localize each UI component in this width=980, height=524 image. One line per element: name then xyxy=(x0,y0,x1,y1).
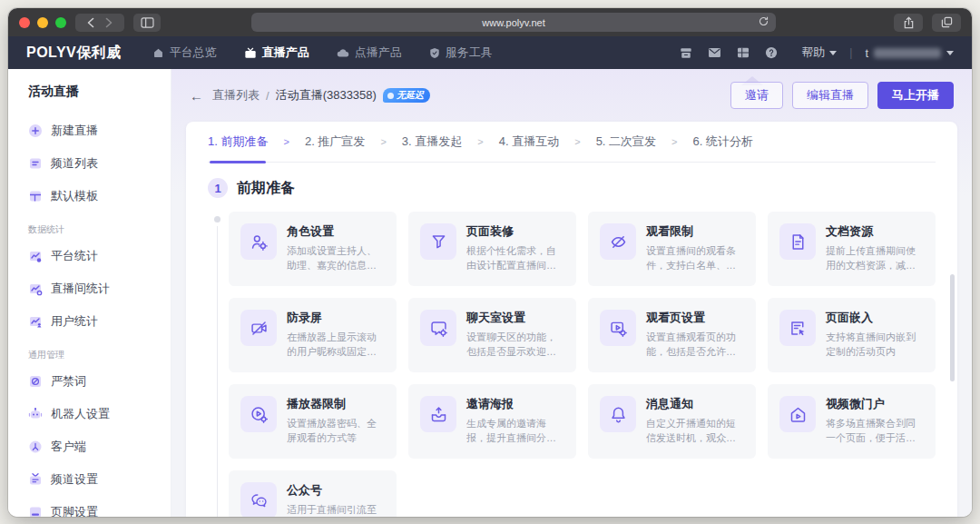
card-title: 公众号 xyxy=(287,482,385,499)
card-role-settings[interactable]: 角色设置 添加或设置主持人、助理、嘉宾的信息，以及新增助... xyxy=(229,212,397,286)
sidebar-item-footer-settings[interactable]: 页脚设置 xyxy=(28,496,171,517)
nav-item-platform-overview[interactable]: 平台总览 xyxy=(152,44,217,61)
sidebar-item-room-stats[interactable]: 直播间统计 xyxy=(28,272,171,305)
primary-nav: 平台总览 直播产品 点播产品 服务工具 xyxy=(152,44,493,61)
card-text: 播放器限制 设置播放器密码、全屏观看的方式等 xyxy=(287,396,385,447)
sidebar-toggle-button[interactable] xyxy=(133,14,161,32)
sidebar-item-channel-settings[interactable]: 频道设置 xyxy=(28,463,171,496)
mail-icon[interactable] xyxy=(708,47,721,58)
sidebar-item-client-app[interactable]: 客户端 xyxy=(28,430,171,463)
card-desc: 在播放器上显示滚动的用户昵称或固定文字，达到防... xyxy=(287,331,385,360)
sidebar-item-label: 客户端 xyxy=(51,439,86,455)
card-document-resource[interactable]: 文档资源 提前上传直播期间使用的文档资源，减少直播中的失... xyxy=(768,212,936,286)
start-live-button[interactable]: 马上开播 xyxy=(877,82,954,109)
home-icon xyxy=(152,47,164,59)
minimize-window-button[interactable] xyxy=(37,17,48,28)
nav-item-live-products[interactable]: 直播产品 xyxy=(244,44,309,61)
app-navbar: POLYV保利威 平台总览 直播产品 点播产品 服务工具 xyxy=(8,36,972,69)
card-desc: 设置直播间的观看条件，支持白名单、报名观看、验... xyxy=(646,244,744,273)
chevron-right-icon: > xyxy=(574,136,580,147)
sidebar-item-new-live[interactable]: 新建直播 xyxy=(28,114,171,147)
invite-button[interactable]: 邀请 xyxy=(730,82,783,109)
sidebar-item-robot-settings[interactable]: 机器人设置 xyxy=(28,398,171,430)
address-bar[interactable]: www.polyv.net xyxy=(251,13,776,32)
user-stats-icon xyxy=(28,314,43,329)
reload-icon[interactable] xyxy=(758,15,769,27)
edit-live-button[interactable]: 编辑直播 xyxy=(792,82,868,109)
help-label: 帮助 xyxy=(801,44,825,61)
breadcrumb-separator: / xyxy=(266,89,270,103)
forward-icon[interactable] xyxy=(104,17,113,28)
archive-box-icon[interactable] xyxy=(680,47,692,59)
card-text: 公众号 适用于直播间引流至公众号或客服，沉淀用户至私域... xyxy=(287,482,385,517)
player-limit-icon xyxy=(240,396,277,432)
card-desc: 根据个性化需求，自由设计配置直播间元素。支持自... xyxy=(466,244,564,273)
sidebar-item-label: 频道列表 xyxy=(51,155,98,172)
cloud-icon xyxy=(337,48,349,58)
sidebar-item-channel-list[interactable]: 频道列表 xyxy=(28,147,171,180)
card-message-notify[interactable]: 消息通知 自定义开播通知的短信发送时机，观众预约直播后，... xyxy=(588,384,756,459)
user-account-menu[interactable]: t xyxy=(865,46,954,60)
card-desc: 自定义开播通知的短信发送时机，观众预约直播后，... xyxy=(646,417,744,446)
tab-statistics[interactable]: 6. 统计分析 xyxy=(693,122,753,163)
card-video-portal[interactable]: 视频微门户 将多场直播聚合到同一个页面，便于活动前期的宣发... xyxy=(768,384,936,459)
sidebar-toggle-icon xyxy=(141,17,154,28)
traffic-lights xyxy=(19,17,66,28)
card-player-limit[interactable]: 播放器限制 设置播放器密码、全屏观看的方式等 xyxy=(229,384,397,459)
card-title: 页面装修 xyxy=(466,223,564,240)
main-area: 活动直播 新建直播 频道列表 默认模板 数据统计 平台统计 直播间统计 xyxy=(8,69,972,517)
tab-label: 2. 推广宣发 xyxy=(305,133,365,150)
card-title: 观看限制 xyxy=(646,223,744,240)
nav-item-vod-products[interactable]: 点播产品 xyxy=(337,44,402,61)
platform-stats-icon xyxy=(28,249,43,263)
message-notify-icon xyxy=(600,396,636,432)
polyv-logo[interactable]: POLYV保利威 xyxy=(26,44,122,63)
zoom-window-button[interactable] xyxy=(55,17,66,28)
card-chatroom-settings[interactable]: 聊天室设置 设置聊天区的功能，包括是否显示欢迎语、是否支持... xyxy=(408,298,576,372)
card-watch-limit[interactable]: 观看限制 设置直播间的观看条件，支持白名单、报名观看、验... xyxy=(588,212,756,286)
section-title: 前期准备 xyxy=(237,179,295,198)
tab-live-interaction[interactable]: 4. 直播互动 xyxy=(499,122,559,163)
tabs-icon xyxy=(941,16,953,28)
chevron-right-icon: > xyxy=(380,136,386,147)
tab-second-promotion[interactable]: 5. 二次宣发 xyxy=(596,122,656,163)
sidebar-item-platform-stats[interactable]: 平台统计 xyxy=(28,240,171,272)
tab-preparation[interactable]: 1. 前期准备 xyxy=(208,122,268,163)
card-title: 视频微门户 xyxy=(826,396,924,412)
sidebar-item-label: 页脚设置 xyxy=(51,504,98,517)
sidebar-item-user-stats[interactable]: 用户统计 xyxy=(28,305,171,338)
back-arrow-icon[interactable]: ← xyxy=(190,88,203,104)
breadcrumb-parent[interactable]: 直播列表 xyxy=(212,87,260,104)
sidebar-item-label: 新建直播 xyxy=(51,123,98,139)
tab-label: 1. 前期准备 xyxy=(208,133,268,150)
console-list-icon[interactable] xyxy=(737,47,750,58)
card-invite-poster[interactable]: 邀请海报 生成专属的邀请海报，提升直播间分享裂变的效果 xyxy=(408,384,576,459)
tab-overview-button[interactable] xyxy=(932,14,961,32)
wechat-official-icon xyxy=(240,482,277,517)
sidebar-item-banned-words[interactable]: 严禁词 xyxy=(28,365,171,398)
page-embed-icon xyxy=(779,310,816,346)
close-window-button[interactable] xyxy=(19,17,30,28)
help-menu[interactable]: 帮助 xyxy=(801,44,837,61)
tab-live-launch[interactable]: 3. 直播发起 xyxy=(402,122,462,163)
back-icon[interactable] xyxy=(86,17,95,28)
card-wechat-official[interactable]: 公众号 适用于直播间引流至公众号或客服，沉淀用户至私域... xyxy=(229,470,397,517)
chevron-right-icon: > xyxy=(671,136,677,147)
card-title: 聊天室设置 xyxy=(466,310,564,326)
question-circle-icon[interactable] xyxy=(765,46,778,59)
sidebar-heading-admin: 通用管理 xyxy=(28,349,171,361)
card-watch-page-settings[interactable]: 观看页设置 设置直播观看页的功能，包括是否允许移动端观看等 xyxy=(588,298,756,372)
tab-promotion[interactable]: 2. 推广宣发 xyxy=(305,122,365,163)
card-text: 视频微门户 将多场直播聚合到同一个页面，便于活动前期的宣发... xyxy=(826,396,924,447)
share-button[interactable] xyxy=(894,14,923,32)
card-page-embed[interactable]: 页面嵌入 支持将直播间内嵌到定制的活动页内 xyxy=(768,298,936,372)
sidebar-item-default-template[interactable]: 默认模板 xyxy=(28,180,171,213)
nav-item-service-tools[interactable]: 服务工具 xyxy=(429,44,493,61)
panel-scrollbar[interactable] xyxy=(950,274,955,381)
card-title: 角色设置 xyxy=(287,223,385,240)
card-text: 文档资源 提前上传直播期间使用的文档资源，减少直播中的失... xyxy=(826,223,924,274)
card-page-decoration[interactable]: 页面装修 根据个性化需求，自由设计配置直播间元素。支持自... xyxy=(408,212,576,286)
client-app-icon xyxy=(28,440,43,454)
card-anti-screen-record[interactable]: 防录屏 在播放器上显示滚动的用户昵称或固定文字，达到防... xyxy=(229,298,397,372)
card-desc: 提前上传直播期间使用的文档资源，减少直播中的失... xyxy=(826,244,924,273)
